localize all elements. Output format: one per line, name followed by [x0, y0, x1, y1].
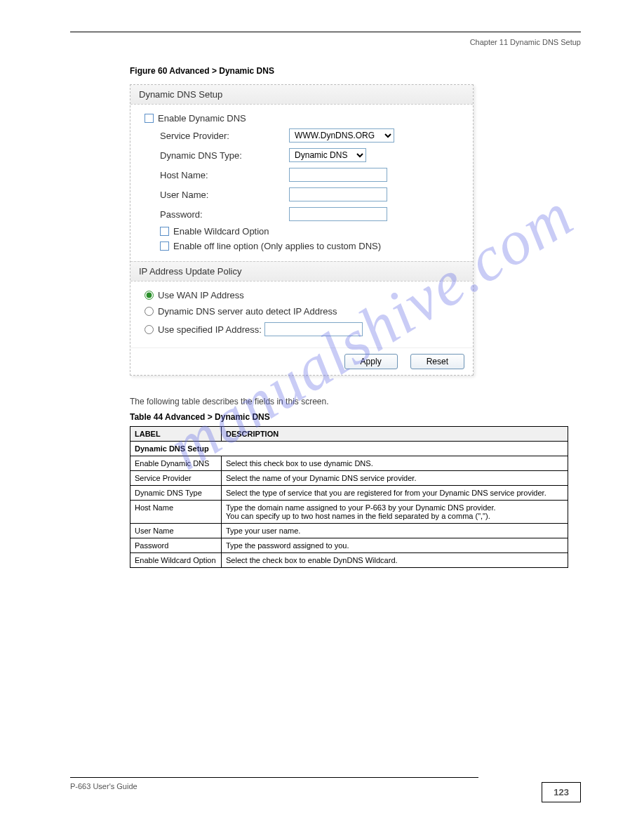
dns-type-select[interactable]: Dynamic DNS: [289, 148, 366, 162]
dns-type-label: Dynamic DNS Type:: [145, 150, 289, 161]
table-section-heading: Dynamic DNS Setup: [130, 442, 568, 456]
dynamic-dns-panel: Dynamic DNS Setup Enable Dynamic DNS Ser…: [130, 84, 474, 376]
service-provider-select[interactable]: WWW.DynDNS.ORG: [289, 128, 394, 143]
chapter-header: Chapter 11 Dynamic DNS Setup: [70, 38, 581, 46]
wildcard-checkbox[interactable]: [160, 227, 169, 236]
footer-guide-name: P-663 User's Guide: [70, 782, 137, 802]
user-name-label: User Name:: [145, 190, 289, 200]
password-label: Password:: [145, 209, 289, 220]
user-name-input[interactable]: [289, 187, 387, 201]
panel-title-ip-policy: IP Address Update Policy: [130, 261, 473, 282]
table-cell-label: Enable Wildcard Option: [130, 553, 222, 568]
figure-caption: Figure 60 Advanced > Dynamic DNS: [130, 66, 581, 76]
th-desc: DESCRIPTION: [222, 427, 568, 442]
auto-detect-label: Dynamic DNS server auto detect IP Addres…: [158, 306, 337, 317]
offline-checkbox[interactable]: [160, 241, 169, 251]
description-table: LABEL DESCRIPTION Dynamic DNS SetupEnabl…: [130, 426, 568, 568]
intro-text: The following table describes the fields…: [130, 397, 581, 406]
table-cell-desc: Select this check box to use dynamic DNS…: [222, 456, 568, 471]
table-cell-label: User Name: [130, 524, 222, 538]
foot-rule: [70, 777, 478, 778]
reset-button[interactable]: Reset: [410, 354, 464, 369]
table-cell-label: Enable Dynamic DNS: [130, 456, 222, 471]
table-cell-label: Password: [130, 538, 222, 553]
table-cell-desc: Type your user name.: [222, 524, 568, 538]
host-name-input[interactable]: [289, 168, 387, 182]
service-provider-label: Service Provider:: [145, 131, 289, 141]
table-row: PasswordType the password assigned to yo…: [130, 538, 568, 553]
table-cell-desc: Type the password assigned to you.: [222, 538, 568, 553]
enable-ddns-label: Enable Dynamic DNS: [158, 113, 246, 124]
table-row: Enable Dynamic DNSSelect this check box …: [130, 456, 568, 471]
use-wan-ip-label: Use WAN IP Address: [158, 290, 244, 300]
table-cell-label: Service Provider: [130, 471, 222, 486]
offline-label: Enable off line option (Only applies to …: [173, 241, 381, 251]
page-number: 123: [542, 782, 581, 802]
table-cell-label: Host Name: [130, 501, 222, 524]
table-cell-desc: Select the type of service that you are …: [222, 486, 568, 501]
table-row: Service ProviderSelect the name of your …: [130, 471, 568, 486]
specified-ip-label: Use specified IP Address:: [158, 324, 262, 335]
wildcard-label: Enable Wildcard Option: [173, 226, 269, 237]
apply-button[interactable]: Apply: [344, 354, 398, 369]
table-cell-label: Dynamic DNS Type: [130, 486, 222, 501]
auto-detect-radio[interactable]: [145, 307, 154, 316]
table-cell-desc: Type the domain name assigned to your P-…: [222, 501, 568, 524]
specified-ip-radio[interactable]: [145, 325, 154, 334]
table-row: Dynamic DNS TypeSelect the type of servi…: [130, 486, 568, 501]
panel-title-ddns: Dynamic DNS Setup: [130, 85, 473, 105]
password-input[interactable]: [289, 207, 387, 221]
top-rule: [70, 32, 581, 32]
table-cell-desc: Select the name of your Dynamic DNS serv…: [222, 471, 568, 486]
enable-ddns-checkbox[interactable]: [145, 114, 154, 123]
table-row: Host NameType the domain name assigned t…: [130, 501, 568, 524]
specified-ip-input[interactable]: [264, 322, 363, 336]
host-name-label: Host Name:: [145, 170, 289, 180]
th-label: LABEL: [130, 427, 222, 442]
table-row: Enable Wildcard OptionSelect the check b…: [130, 553, 568, 568]
use-wan-ip-radio[interactable]: [145, 291, 154, 300]
table-cell-desc: Select the check box to enable DynDNS Wi…: [222, 553, 568, 568]
table-row: Dynamic DNS Setup: [130, 442, 568, 456]
table-row: User NameType your user name.: [130, 524, 568, 538]
table-caption: Table 44 Advanced > Dynamic DNS: [130, 412, 581, 422]
